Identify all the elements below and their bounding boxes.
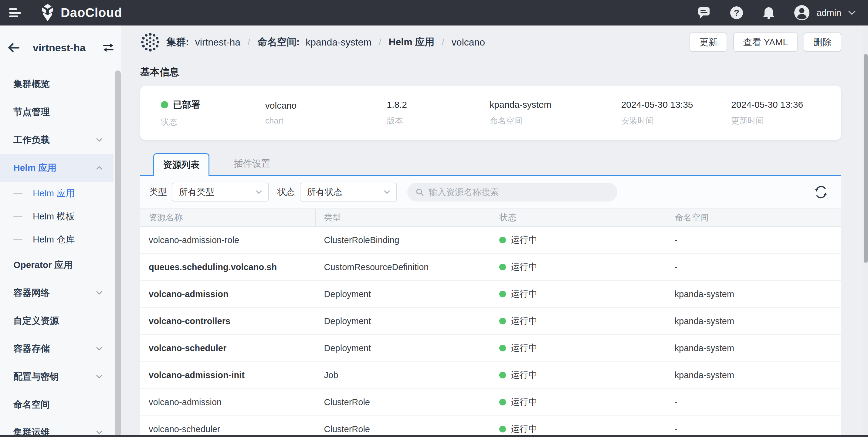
dash-icon: [13, 239, 23, 240]
cell-status: 运行中: [491, 369, 666, 381]
cell-type: Deployment: [316, 316, 491, 326]
sidebar-item-label: Helm 仓库: [33, 233, 75, 246]
refresh-icon[interactable]: [814, 185, 828, 199]
sidebar-item-容器网络[interactable]: 容器网络: [0, 279, 114, 307]
cell-type: Deployment: [316, 343, 491, 353]
sidebar-item-label: Helm 应用: [13, 162, 57, 174]
sidebar-item-集群运维[interactable]: 集群运维: [0, 418, 114, 437]
tab-插件设置[interactable]: 插件设置: [217, 152, 287, 175]
type-filter-label: 类型: [149, 186, 167, 198]
info-field-value: volcano: [265, 100, 386, 111]
delete-button[interactable]: 删除: [804, 32, 841, 52]
tab-资源列表[interactable]: 资源列表: [153, 153, 209, 176]
brand[interactable]: DaoCloud: [39, 4, 122, 22]
chevron-down-icon: [95, 289, 103, 297]
notification-bell-icon[interactable]: [762, 6, 776, 20]
info-field-更新时间: 2024-05-30 13:36更新时间: [731, 99, 841, 126]
chevron-down-icon: [383, 188, 391, 196]
sidebar-item-工作负载[interactable]: 工作负载: [0, 126, 114, 154]
sidebar-item-自定义资源[interactable]: 自定义资源: [0, 307, 114, 335]
info-value-text: 2024-05-30 13:36: [731, 99, 803, 110]
info-field-状态: 已部署状态: [161, 99, 265, 127]
sidebar-item-helm-应用[interactable]: Helm 应用: [0, 154, 114, 182]
brand-name: DaoCloud: [61, 5, 122, 20]
type-filter-value: 所有类型: [179, 186, 214, 198]
page-scrollbar-thumb[interactable]: [864, 54, 868, 263]
switch-cluster-icon[interactable]: [102, 42, 115, 53]
help-icon[interactable]: ?: [730, 6, 744, 20]
sidebar-item-label: Operator 应用: [13, 259, 72, 271]
sidebar-item-命名空间[interactable]: 命名空间: [0, 391, 114, 418]
table-row: volcano-admissionDeployment运行中kpanda-sys…: [140, 281, 841, 308]
status-dot-icon: [499, 426, 506, 432]
update-button[interactable]: 更新: [689, 32, 727, 52]
cell-type: ClusterRole: [316, 397, 491, 407]
sidebar-item-helm-仓库[interactable]: Helm 仓库: [0, 228, 114, 251]
table-row: volcano-schedulerDeployment运行中kpanda-sys…: [140, 335, 841, 362]
sidebar-scrollbar[interactable]: [115, 70, 121, 436]
cell-namespace: kpanda-system: [666, 343, 842, 353]
topbar: DaoCloud ?: [0, 0, 868, 26]
chevron-up-icon: [95, 164, 103, 172]
breadcrumb-separator: /: [379, 37, 381, 48]
user-menu[interactable]: admin: [794, 5, 856, 21]
table-row: volcano-schedulerClusterRole运行中-: [140, 416, 841, 437]
avatar: [794, 5, 810, 21]
breadcrumb-item[interactable]: virtnest-ha: [195, 37, 240, 48]
breadcrumb-separator: /: [442, 37, 444, 48]
type-filter-select[interactable]: 所有类型: [172, 183, 269, 201]
breadcrumb-item[interactable]: volcano: [452, 37, 485, 48]
daocloud-logo-icon: [39, 4, 56, 22]
cell-status: 运行中: [491, 288, 666, 300]
chevron-down-icon: [95, 373, 103, 380]
status-text: 运行中: [511, 261, 537, 273]
resource-table: 资源名称类型状态命名空间 volcano-admission-roleClust…: [140, 209, 841, 437]
cell-namespace: -: [666, 424, 842, 434]
column-header-类型: 类型: [315, 209, 491, 226]
column-header-状态: 状态: [491, 209, 666, 226]
sidebar-item-label: Helm 应用: [33, 187, 75, 200]
status-text: 运行中: [511, 315, 537, 327]
search-input[interactable]: [429, 187, 610, 197]
breadcrumb-item[interactable]: Helm 应用: [389, 35, 434, 49]
cell-status: 运行中: [491, 342, 666, 354]
info-field-安装时间: 2024-05-30 13:35安装时间: [621, 99, 732, 126]
cell-resource-name: volcano-admission-role: [140, 235, 316, 245]
breadcrumb-item[interactable]: kpanda-system: [306, 37, 371, 48]
column-header-命名空间: 命名空间: [666, 209, 841, 226]
basic-info-card: 已部署状态volcanochart1.8.2版本kpanda-system命名空…: [140, 86, 841, 140]
status-text: 运行中: [511, 234, 537, 246]
info-value-text: volcano: [265, 100, 297, 111]
cell-status: 运行中: [491, 261, 666, 273]
info-field-label: 命名空间: [490, 115, 621, 126]
sidebar-item-节点管理[interactable]: 节点管理: [0, 98, 114, 126]
info-field-value: kpanda-system: [490, 99, 621, 110]
info-field-命名空间: kpanda-system命名空间: [490, 99, 621, 126]
view-yaml-button[interactable]: 查看 YAML: [733, 32, 798, 52]
breadcrumb-item[interactable]: 命名空间:: [257, 35, 300, 49]
cell-resource-name: volcano-controllers: [140, 316, 316, 326]
resource-search[interactable]: [407, 183, 617, 201]
sidebar-item-helm-模板[interactable]: Helm 模板: [0, 205, 114, 228]
menu-icon[interactable]: [9, 7, 23, 18]
status-dot-icon: [161, 101, 168, 108]
sidebar-item-label: 命名空间: [13, 399, 50, 411]
table-row: volcano-admission-roleClusterRoleBinding…: [140, 227, 841, 254]
basic-info-title: 基本信息: [140, 66, 841, 78]
status-filter-select[interactable]: 所有状态: [300, 183, 397, 201]
message-icon[interactable]: [698, 6, 711, 20]
breadcrumb-item[interactable]: 集群:: [166, 35, 189, 49]
info-field-label: 版本: [386, 115, 490, 126]
cell-resource-name: volcano-admission: [140, 397, 316, 407]
sidebar-item-operator-应用[interactable]: Operator 应用: [0, 251, 114, 279]
info-field-value: 已部署: [161, 99, 265, 111]
cluster-title: virtnest-ha: [33, 42, 86, 54]
sidebar-item-容器存储[interactable]: 容器存储: [0, 335, 114, 363]
sidebar-item-配置与密钥[interactable]: 配置与密钥: [0, 363, 114, 391]
back-arrow-icon[interactable]: [7, 42, 20, 53]
sidebar-item-helm-应用[interactable]: Helm 应用: [0, 182, 114, 205]
cell-type: CustomResourceDefinition: [316, 262, 491, 272]
sidebar-item-集群概览[interactable]: 集群概览: [0, 70, 114, 98]
info-field-label: chart: [265, 116, 386, 126]
cell-resource-name: volcano-scheduler: [140, 343, 316, 353]
